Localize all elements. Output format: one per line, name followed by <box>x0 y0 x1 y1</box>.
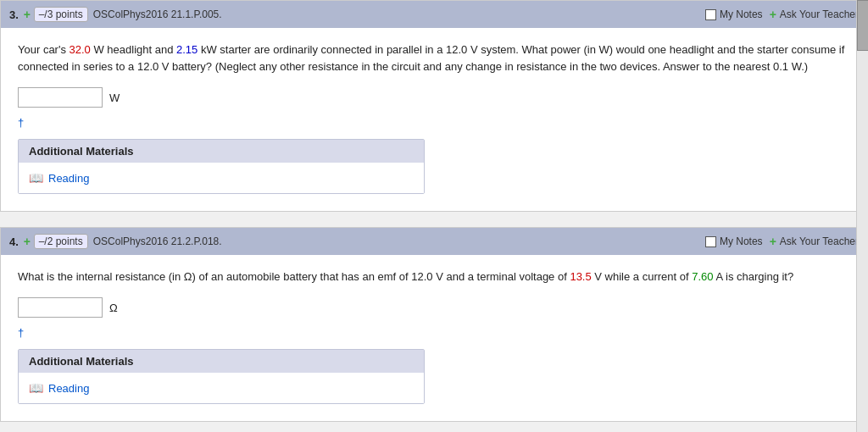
additional-materials-header-4: Additional Materials <box>19 350 424 373</box>
expand-icon-3[interactable]: + <box>24 8 31 21</box>
ask-teacher-label-4: Ask Your Teacher <box>780 235 859 247</box>
answer-input-3[interactable] <box>18 87 103 108</box>
my-notes-label-3: My Notes <box>720 8 763 20</box>
notes-checkbox-4[interactable] <box>705 236 716 247</box>
additional-materials-body-3: 📖 Reading <box>19 163 424 193</box>
q3-highlight-2: 2.15 <box>176 43 198 56</box>
points-value-4: –/2 points <box>39 235 83 247</box>
header-right-4: My Notes + Ask Your Teacher <box>705 235 859 248</box>
additional-materials-body-4: 📖 Reading <box>19 373 424 403</box>
unit-label-3: W <box>109 91 120 104</box>
scrollbar-area <box>856 0 868 432</box>
answer-row-3: W <box>18 87 850 108</box>
question-block-4: 4. + –/2 points OSColPhys2016 21.2.P.018… <box>0 227 868 422</box>
ask-teacher-label-3: Ask Your Teacher <box>780 8 859 20</box>
book-icon-3: 📖 <box>29 171 43 185</box>
q4-text-3: A is charging it? <box>714 270 794 283</box>
page-wrapper: 3. + –/3 points OSColPhys2016 21.1.P.005… <box>0 0 868 422</box>
ask-teacher-button-4[interactable]: + Ask Your Teacher <box>770 235 859 248</box>
book-icon-4: 📖 <box>29 381 43 395</box>
q3-text-2: W headlight and <box>91 43 176 56</box>
ask-teacher-plus-4: + <box>770 235 776 248</box>
dagger-3[interactable]: † <box>18 116 850 129</box>
unit-label-4: Ω <box>109 302 118 314</box>
reading-label-4: Reading <box>48 382 89 395</box>
scrollbar-thumb[interactable] <box>857 0 868 51</box>
answer-input-4[interactable] <box>18 297 103 318</box>
question-body-4: What is the internal resistance (in Ω) o… <box>1 255 867 421</box>
ask-teacher-plus-3: + <box>770 8 776 21</box>
my-notes-label-4: My Notes <box>720 235 763 247</box>
question-header-4: 4. + –/2 points OSColPhys2016 21.2.P.018… <box>1 228 867 255</box>
question-text-3: Your car's 32.0 W headlight and 2.15 kW … <box>18 42 850 75</box>
question-block-3: 3. + –/3 points OSColPhys2016 21.1.P.005… <box>0 0 868 212</box>
reading-link-4[interactable]: 📖 Reading <box>29 381 414 395</box>
reading-link-3[interactable]: 📖 Reading <box>29 171 414 185</box>
question-text-4: What is the internal resistance (in Ω) o… <box>18 269 850 285</box>
q3-highlight-1: 32.0 <box>70 43 91 56</box>
question-number-3: 3. <box>9 8 19 21</box>
question-number-4: 4. <box>9 235 19 248</box>
question-id-4: OSColPhys2016 21.2.P.018. <box>93 235 705 247</box>
ask-teacher-button-3[interactable]: + Ask Your Teacher <box>770 8 859 21</box>
my-notes-button-3[interactable]: My Notes <box>705 8 763 20</box>
dagger-4[interactable]: † <box>18 326 850 339</box>
my-notes-button-4[interactable]: My Notes <box>705 235 763 247</box>
q4-highlight-1: 13.5 <box>570 270 591 283</box>
expand-icon-4[interactable]: + <box>24 235 31 248</box>
q4-text-2: V while a current of <box>592 270 693 283</box>
additional-materials-header-3: Additional Materials <box>19 140 424 163</box>
reading-label-3: Reading <box>48 172 89 185</box>
question-body-3: Your car's 32.0 W headlight and 2.15 kW … <box>1 28 867 211</box>
q4-text-1: What is the internal resistance (in Ω) o… <box>18 270 570 283</box>
header-right-3: My Notes + Ask Your Teacher <box>705 8 859 21</box>
additional-materials-4: Additional Materials 📖 Reading <box>18 349 425 404</box>
q4-highlight-2: 7.60 <box>692 270 713 283</box>
question-id-3: OSColPhys2016 21.1.P.005. <box>93 8 705 20</box>
points-badge-3: –/3 points <box>34 7 88 22</box>
points-badge-4: –/2 points <box>34 234 88 249</box>
notes-checkbox-3[interactable] <box>705 9 716 20</box>
points-value-3: –/3 points <box>39 8 83 20</box>
q3-text-1: Your car's <box>18 43 70 56</box>
question-header-3: 3. + –/3 points OSColPhys2016 21.1.P.005… <box>1 1 867 28</box>
answer-row-4: Ω <box>18 297 850 318</box>
additional-materials-3: Additional Materials 📖 Reading <box>18 139 425 194</box>
